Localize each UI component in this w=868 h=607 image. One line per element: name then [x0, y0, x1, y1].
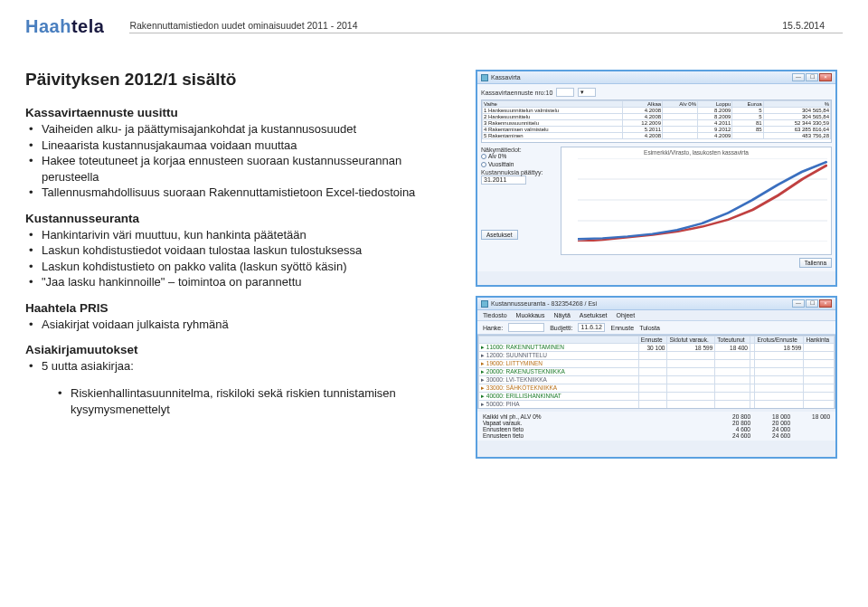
id-field[interactable]: [556, 88, 574, 97]
radio-alv[interactable]: Alv 0%: [481, 153, 557, 159]
list-item: "Jaa lasku hankinnoille" – toimintoa on …: [29, 274, 459, 290]
table-row: 5 Rakentaminen4.20084.2009483 756,28: [483, 133, 831, 139]
list-item: Hakee toteutuneet ja korjaa ennusteen su…: [29, 153, 459, 185]
list-item: Riskienhallintasuunnitelma, riskiloki se…: [58, 385, 459, 417]
field[interactable]: 11.6.12: [578, 323, 605, 332]
window-close-button[interactable]: ×: [819, 299, 832, 308]
field[interactable]: [508, 323, 544, 332]
table-row[interactable]: ▸ 19000: LIITTYMINEN: [479, 360, 835, 368]
save-button[interactable]: Tallenna: [799, 258, 832, 268]
table-row[interactable]: ▸ 30000: LVI-TEKNIIKKA: [479, 376, 835, 384]
list-item: Asiakirjat voidaan julkaista ryhmänä: [29, 317, 459, 333]
logo: Haahtela: [25, 16, 104, 37]
window-close-button[interactable]: ×: [819, 73, 832, 81]
section-kassavirta-list: Vaiheiden alku- ja päättymisajankohdat j…: [29, 121, 459, 201]
window-minimize-button[interactable]: —: [792, 299, 805, 308]
summary-panel: Kaikki vhl ph., ALV 0%20 80018 00018 000…: [477, 412, 835, 441]
info-row: Hanke: Budjetti: 11.6.12 Ennuste Tulosta: [477, 321, 835, 335]
header: Haahtela Rakennuttamistiedon uudet omina…: [25, 16, 843, 37]
list-item: Tallennusmahdollisuus suoraan Rakennutta…: [29, 185, 459, 201]
section-muutokset-heading: Asiakirjamuutokset: [25, 343, 459, 356]
section-kassavirta-heading: Kassavirtaennuste uusittu: [25, 106, 459, 119]
window-titlebar: Kustannusseuranta - 832354268 / Esi — ☐ …: [477, 298, 835, 310]
header-date: 15.5.2014: [782, 20, 825, 31]
table-row[interactable]: ▸ 33000: SÄHKÖTEKNIIKKA: [479, 384, 835, 393]
window-icon: [481, 300, 488, 308]
header-subtitle: Rakennuttamistiedon uudet ominaisuudet 2…: [129, 20, 782, 31]
chart-title: Esimerkki/Virasto, lasukosten kassavirta: [644, 149, 749, 156]
section-kustannusseuranta-list: Hankintarivin väri muuttuu, kun hankinta…: [29, 227, 459, 290]
radio-vuosi[interactable]: Vuosittain: [481, 161, 557, 167]
list-item: Vaiheiden alku- ja päättymisajankohdat j…: [29, 121, 459, 138]
window-title: Kustannusseuranta - 832354268 / Esi: [491, 300, 597, 307]
list-item: Laskun kohdistustieto on pakko valita (l…: [29, 259, 459, 275]
id-label: Kassavirtaennuste nro:10: [481, 90, 552, 96]
id-field-2[interactable]: ▾: [578, 88, 596, 97]
cost-list: EnnusteSidotut varauk.ToteutunutErotus/E…: [477, 335, 835, 409]
table-row[interactable]: ▸ 71000: TONTTI: [479, 409, 835, 410]
window-icon: [481, 74, 488, 81]
table-row: 1 Hankesuunnittelun valmistelu4.20088.20…: [483, 108, 831, 114]
table-row[interactable]: ▸ 50000: PIHA: [479, 401, 835, 409]
table-row[interactable]: ▸ 40000: ERILLISHANKINNAT: [479, 393, 835, 401]
screenshot-kustannusseuranta: Kustannusseuranta - 832354268 / Esi — ☐ …: [476, 296, 837, 459]
window-maximize-button[interactable]: ☐: [806, 73, 818, 81]
settings-button[interactable]: Asetukset: [481, 230, 518, 240]
screenshot-kassavirta: Kassavirta — ☐ × Kassavirtaennuste nro:1…: [476, 70, 837, 287]
list-item: 5 uutta asiakirjaa:: [29, 358, 459, 375]
window-minimize-button[interactable]: —: [792, 73, 805, 81]
cashflow-chart: Esimerkki/Virasto, lasukosten kassavirta: [561, 147, 832, 255]
menu-item[interactable]: Asetukset: [580, 312, 608, 318]
window-titlebar: Kassavirta — ☐ ×: [477, 71, 835, 84]
menu-item[interactable]: Tiedosto: [483, 312, 507, 318]
list-item: Lineaarista kustannusjakaumaa voidaan mu…: [29, 138, 459, 154]
table-row: 4 Rakentamisen valmistelu5.20119.2012856…: [483, 127, 831, 133]
menu-item[interactable]: Näytä: [554, 312, 571, 318]
section-kustannusseuranta-heading: Kustannusseuranta: [25, 212, 459, 225]
window-title: Kassavirta: [491, 74, 521, 81]
menu-item[interactable]: Muokkaus: [516, 312, 545, 318]
section-muutokset-sublist: Riskienhallintasuunnitelma, riskiloki se…: [58, 385, 459, 417]
table-row[interactable]: ▸ 12000: SUUNNITTELU: [479, 352, 835, 360]
section-pris-list: Asiakirjat voidaan julkaista ryhmänä: [29, 317, 459, 333]
menubar: Tiedosto Muokkaus Näytä Asetukset Ohjeet: [477, 310, 835, 321]
list-item: Hankintarivin väri muuttuu, kun hankinta…: [29, 227, 459, 243]
section-pris-heading: Haahtela PRIS: [25, 301, 459, 315]
list-item: Laskun kohdistustiedot voidaan tulostaa …: [29, 242, 459, 259]
table-row[interactable]: ▸ 20000: RAKENUSTEKNIIKKA: [479, 368, 835, 376]
table-row[interactable]: ▸ 11000: RAKENNUTTAMINEN30 10018 59918 4…: [479, 344, 835, 352]
date-field[interactable]: 31.2011: [481, 175, 526, 185]
table-row: 2 Hankesuunnittelu4.20088.20095304 565,8…: [483, 114, 831, 120]
table-row: 3 Rakennussuunnittelu12.20094.20118152 3…: [483, 120, 831, 127]
header-divider: [129, 33, 843, 33]
menu-item[interactable]: Ohjeet: [617, 312, 636, 318]
settings-panel: Näkymätiedot: Alv 0% Vuosittain Kustannu…: [481, 147, 557, 255]
section-muutokset-list: 5 uutta asiakirjaa:: [29, 358, 459, 375]
phase-table: Vaihe Alkaa Alv 0% Loppu Euroa % 1 Hanke…: [481, 100, 832, 143]
window-maximize-button[interactable]: ☐: [806, 299, 818, 308]
page-title: Päivityksen 2012/1 sisältö: [25, 70, 459, 90]
